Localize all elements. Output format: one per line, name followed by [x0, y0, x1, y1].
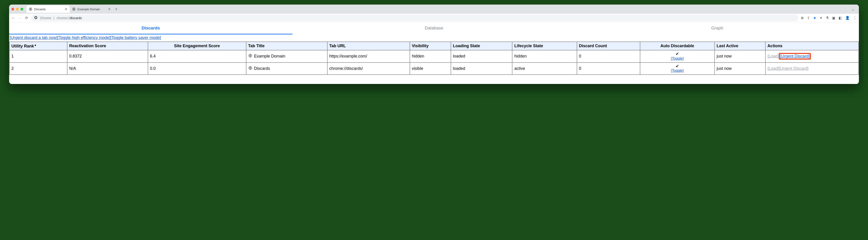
page-tab-bar: Discards Database Graph [9, 22, 859, 34]
new-tab-button[interactable]: + [113, 6, 119, 12]
cell-tab-url: https://example.com/ [327, 50, 410, 62]
load-action-link[interactable]: [Load] [768, 66, 779, 71]
table-row: 1 0.8372 6.4 Example Domain https://exam… [9, 50, 859, 62]
col-lifecycle-state[interactable]: Lifecycle State [512, 42, 577, 50]
cell-reactivation: 0.8372 [67, 50, 148, 62]
discards-table: Utility Rank▲ Reactivation Score Site En… [9, 41, 859, 75]
profile-icon[interactable]: 👤 [845, 16, 850, 20]
maximize-window-button[interactable] [21, 8, 23, 10]
col-actions[interactable]: Actions [766, 42, 859, 50]
page-content: Discards Database Graph [Urgent discard … [9, 22, 859, 84]
url-grey-part: chrome:// [57, 16, 70, 20]
checkmark-icon: ✔ [642, 52, 713, 56]
reload-button[interactable]: ⟳ [25, 16, 28, 20]
page-tab-graph[interactable]: Graph [576, 22, 859, 34]
checkmark-icon: ✔ [642, 64, 713, 69]
cell-auto-discardable: ✔ [Toggle] [640, 62, 715, 75]
cell-auto-discardable: ✔ [Toggle] [640, 50, 715, 62]
col-tab-url[interactable]: Tab URL [327, 42, 410, 50]
highlight-box: [Urgent Discard] [779, 53, 811, 60]
load-action-link[interactable]: [Load] [768, 54, 779, 58]
urgent-discard-now-link[interactable]: [Urgent discard a tab now] [9, 35, 57, 40]
cell-loading: loaded [451, 62, 512, 75]
cell-last-active: just now [715, 50, 766, 62]
col-reactivation-score[interactable]: Reactivation Score [67, 42, 148, 50]
cell-visibility: visible [410, 62, 451, 75]
col-site-engagement[interactable]: Site Engagement Score [148, 42, 246, 50]
col-visibility[interactable]: Visibility [410, 42, 451, 50]
tab-discards[interactable]: Discards ✕ [26, 5, 70, 13]
page-tab-discards[interactable]: Discards [9, 22, 292, 34]
toggle-high-efficiency-link[interactable]: [Toggle high efficiency mode] [57, 35, 110, 40]
sort-asc-icon: ▲ [34, 43, 37, 47]
urgent-discard-action-link[interactable]: [Urgent Discard] [779, 66, 808, 71]
cast-icon[interactable]: ▣ [832, 16, 835, 20]
labs-icon[interactable]: ⚗ [826, 16, 829, 20]
table-row: 2 N/A 0.0 Discards chrome://discards/ vi… [9, 62, 859, 75]
cell-tab-url: chrome://discards/ [327, 62, 410, 75]
tab-title: Discards [34, 7, 46, 11]
cell-tab-title: Discards [246, 62, 327, 75]
zoom-icon[interactable]: ⊕ [801, 16, 804, 20]
cell-lifecycle: hidden [512, 50, 577, 62]
cell-rank: 1 [9, 50, 67, 62]
extensions-icon[interactable]: ✦ [819, 16, 823, 20]
auto-discardable-toggle-link[interactable]: [Toggle] [671, 69, 684, 72]
globe-icon [248, 54, 252, 59]
window-controls [11, 8, 23, 10]
close-tab-icon[interactable]: ✕ [108, 7, 111, 11]
cell-rank: 2 [9, 62, 67, 75]
col-discard-count[interactable]: Discard Count [577, 42, 640, 50]
cell-site-engagement: 0.0 [148, 62, 246, 75]
cell-last-active: just now [715, 62, 766, 75]
url-scheme-label: Chrome [40, 16, 51, 20]
cell-discard-count: 0 [577, 62, 640, 75]
cell-lifecycle: active [512, 62, 577, 75]
col-tab-title[interactable]: Tab Title [246, 42, 327, 50]
share-icon[interactable]: ⇪ [807, 16, 810, 20]
menu-icon[interactable]: ⋮ [853, 16, 857, 20]
side-panel-icon[interactable]: ◧ [839, 16, 842, 20]
col-utility-rank[interactable]: Utility Rank▲ [9, 42, 67, 50]
globe-icon [72, 7, 76, 11]
address-bar[interactable]: Chrome | chrome://discards [31, 14, 798, 22]
tab-title: Example Domain [78, 7, 100, 11]
globe-icon [29, 7, 32, 11]
page-tab-database[interactable]: Database [292, 22, 576, 34]
cell-loading: loaded [451, 50, 512, 62]
close-window-button[interactable] [11, 8, 14, 10]
top-action-links: [Urgent discard a tab now][Toggle high e… [9, 34, 859, 41]
cell-visibility: hidden [410, 50, 451, 62]
col-loading-state[interactable]: Loading State [451, 42, 512, 50]
back-button[interactable]: ← [11, 16, 15, 20]
cell-discard-count: 0 [577, 50, 640, 62]
cell-reactivation: N/A [67, 62, 148, 75]
tab-title-text: Discards [254, 66, 270, 71]
svg-point-3 [35, 17, 36, 18]
toolbar: ← → ⟳ Chrome | chrome://discards ⊕ ⇪ ★ ✦… [9, 14, 859, 22]
cell-tab-title: Example Domain [246, 50, 327, 62]
close-tab-icon[interactable]: ✕ [65, 7, 67, 11]
cell-actions: [Load][Urgent Discard] [766, 62, 859, 75]
browser-window: Discards ✕ Example Domain ✕ + ⌄ ← → ⟳ Ch… [9, 5, 859, 84]
col-auto-discardable[interactable]: Auto Discardable [640, 42, 715, 50]
tab-example-domain[interactable]: Example Domain ✕ [70, 5, 113, 13]
chrome-icon [34, 16, 38, 20]
url-divider: | [54, 16, 55, 20]
forward-button[interactable]: → [18, 16, 22, 20]
urgent-discard-action-link[interactable]: [Urgent Discard] [780, 54, 810, 58]
col-last-active[interactable]: Last Active [715, 42, 766, 50]
bookmark-star-icon[interactable]: ★ [813, 16, 816, 20]
tab-strip: Discards ✕ Example Domain ✕ + ⌄ [9, 5, 859, 14]
globe-icon [248, 66, 252, 71]
toggle-battery-saver-link[interactable]: [Toggle battery saver mode] [110, 35, 161, 40]
cell-site-engagement: 6.4 [148, 50, 246, 62]
tab-title-text: Example Domain [254, 54, 285, 59]
tab-search-button[interactable]: ⌄ [849, 7, 857, 11]
url-bold-part: discards [70, 16, 82, 20]
auto-discardable-toggle-link[interactable]: [Toggle] [671, 57, 684, 60]
minimize-window-button[interactable] [16, 8, 19, 10]
cell-actions: [Load][Urgent Discard] [766, 50, 859, 62]
